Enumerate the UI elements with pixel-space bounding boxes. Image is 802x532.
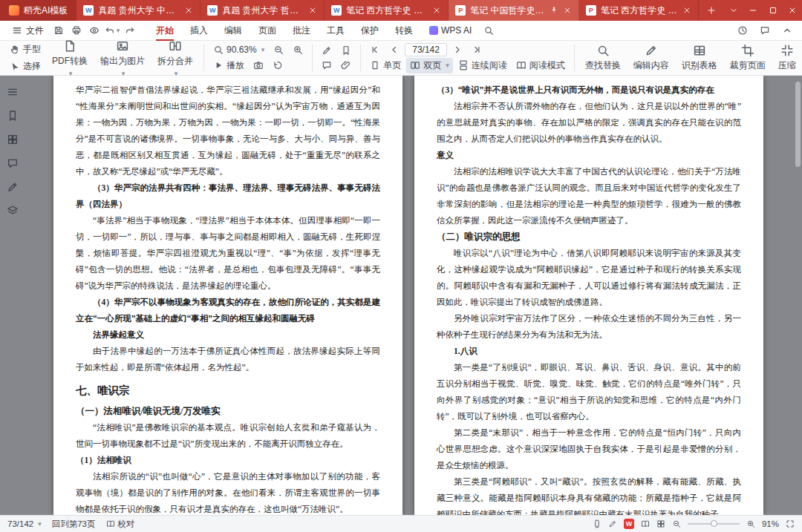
double-page-view-button[interactable]: 双页 [406,58,453,73]
menu-tab-convert[interactable]: 转换 [387,21,421,41]
history-button[interactable] [734,23,752,38]
menu-tab-page[interactable]: 页面 [250,21,284,41]
page-number-input[interactable]: 73/142 [405,43,447,56]
attachments-panel-button[interactable] [7,205,19,217]
print-button[interactable] [68,23,85,38]
rotate-page-button[interactable] [269,59,287,72]
first-page-button[interactable] [366,43,384,56]
document-tab-1[interactable]: W 真题 贵州大学 中西哲学史 历年真题 [76,0,200,21]
search-icon [483,25,494,36]
zoom-in-button[interactable] [289,43,307,56]
home-tab[interactable]: 稻壳AI模板 [0,0,76,21]
annotations-panel-button[interactable] [7,181,19,193]
redo-button[interactable] [121,23,139,38]
messages-button[interactable] [756,23,774,38]
mobile-view-button[interactable] [593,519,602,528]
single-page-view-button[interactable]: 单页 [366,58,405,73]
pdf-doc-icon: P [586,5,596,16]
document-tab-3[interactable]: W 笔记 西方哲学史 笔记补充材料.do [325,0,449,21]
next-page-button[interactable] [449,43,466,56]
save-button[interactable] [50,23,68,38]
zoom-slider-knob[interactable] [711,520,717,527]
find-replace-icon [596,44,610,57]
select-tool-button[interactable]: 选择 [6,59,45,74]
double-page-icon [410,60,420,70]
annotate-mode-button[interactable] [608,519,617,528]
collapse-ribbon-button[interactable] [778,23,796,38]
preview-button[interactable] [85,23,103,38]
outline-panel-button[interactable] [7,86,19,98]
note-button[interactable] [318,59,336,72]
previous-page-button[interactable] [385,43,403,56]
zoom-in-button[interactable] [746,519,755,528]
scrollbar-thumb[interactable] [795,82,801,167]
pdf-page-left[interactable]: 华严宗二祖智俨首倡法界缘起说，华严宗三祖法藏继承和发展，用“缘起因分”和“性海果… [53,76,402,515]
menu-tab-label: 转换 [395,24,413,37]
wps-badge-icon[interactable]: W [624,519,634,529]
zoom-out-button[interactable] [270,43,287,56]
menu-tab-protect[interactable]: 保护 [353,21,387,41]
tab-list-button[interactable] [724,0,743,21]
attach-button[interactable] [337,59,355,72]
search-commands-button[interactable] [480,23,498,38]
close-tab-icon[interactable] [308,6,317,15]
comments-panel-button[interactable] [7,157,19,169]
menu-tab-tools[interactable]: 工具 [319,21,353,41]
menu-tab-label: 开始 [156,24,174,37]
close-tab-icon[interactable] [682,6,691,15]
camera-icon [253,60,264,70]
snapshot-button[interactable] [250,59,267,72]
menu-tab-comment[interactable]: 批注 [284,21,319,41]
continuous-view-button[interactable]: 连续阅读 [454,58,511,73]
document-tab-2[interactable]: W 真题 贵州大学 哲学综合 历年真题 [200,0,325,21]
document-tab-5[interactable]: P 笔记 西方哲学史 笔记.pdf [579,0,699,21]
recognize-table-button[interactable]: 识别表格 [677,42,723,74]
undo-icon [105,25,115,36]
pin-icon[interactable] [550,6,558,15]
fullscreen-button[interactable] [786,519,795,528]
play-slideshow-button[interactable]: 播放 [209,58,248,73]
proofread-button[interactable]: 校对 [106,519,135,530]
close-tab-icon[interactable] [184,6,193,15]
close-tab-icon[interactable] [432,6,441,15]
thumbnails-panel-button[interactable] [7,134,19,145]
close-tab-icon[interactable] [563,6,572,15]
edit-content-button[interactable]: 编辑内容 [628,42,674,74]
compress-button[interactable]: 压缩 [773,42,801,74]
page-layout-toggle[interactable] [656,519,665,528]
read-mode-button[interactable]: 阅读模式 [512,58,569,73]
find-replace-button[interactable]: 查找替换 [580,42,626,74]
maximize-button[interactable] [763,0,782,21]
menu-tab-home[interactable]: 开始 [148,21,182,41]
pdf-convert-button[interactable]: PDF转换 [47,37,93,79]
zoom-percent[interactable]: 91% [762,519,779,528]
bookmarks-panel-button[interactable] [7,110,19,122]
new-tab-button[interactable] [699,0,724,21]
split-merge-button[interactable]: 拆分合并 [152,37,198,79]
pdf-page-right[interactable]: （3）“唯识”并不是说世界上只有识而无外物，而是说只有识是真实的存在 法相宗并不… [414,76,763,515]
zoom-slider[interactable] [688,523,740,525]
highlight-button[interactable] [318,44,336,57]
last-page-button[interactable] [468,43,486,56]
export-as-image-button[interactable]: 输出为图片 [95,37,150,79]
vertical-scrollbar[interactable] [794,77,801,513]
zoom-out-button[interactable] [672,519,681,528]
bookmark-button[interactable] [337,44,355,57]
menu-tab-wps-ai[interactable]: WPS AI [421,21,480,41]
menu-tab-edit[interactable]: 编辑 [216,21,250,41]
crop-page-button[interactable]: 裁剪页面 [725,42,771,74]
read-mode-toggle[interactable] [641,519,650,528]
minimize-button[interactable] [743,0,763,21]
close-window-button[interactable] [783,0,802,21]
hand-icon [10,45,20,55]
read-mode-label: 阅读模式 [529,59,565,72]
back-to-page-button[interactable]: 回到第73页 [52,519,96,530]
zoom-level-select[interactable]: 90.63% [209,43,268,56]
hand-tool-button[interactable]: 手型 [6,42,45,57]
file-menu-button[interactable]: 文件 [6,23,50,39]
menu-tab-insert[interactable]: 插入 [182,21,216,41]
subheading: 意义 [437,147,741,163]
undo-button[interactable] [103,23,121,38]
page-indicator[interactable]: 73/142 [7,519,42,528]
document-tab-active[interactable]: P 笔记 中国哲学史 笔记.pdf [449,0,579,21]
